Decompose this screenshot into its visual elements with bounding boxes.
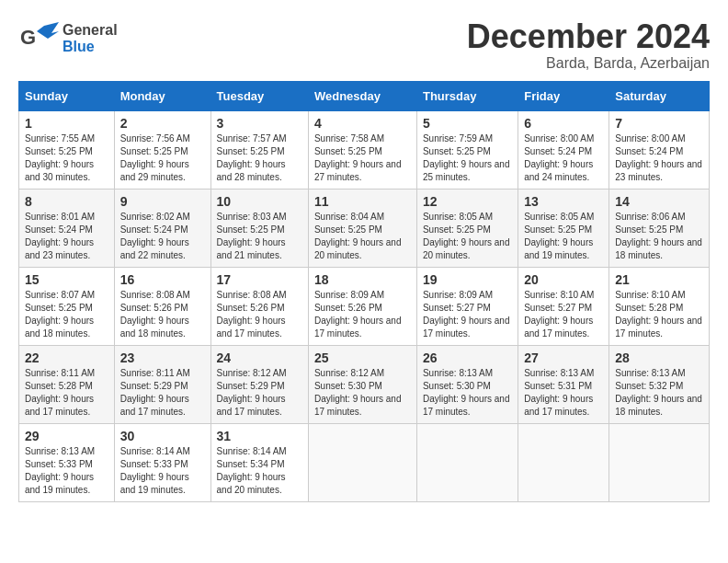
calendar-week-row: 1 Sunrise: 7:55 AM Sunset: 5:25 PM Dayli… (19, 110, 710, 189)
calendar-cell: 15 Sunrise: 8:07 AM Sunset: 5:25 PM Dayl… (19, 267, 115, 345)
title-area: December 2024 Barda, Barda, Azerbaijan (467, 18, 710, 72)
calendar-cell (518, 423, 609, 501)
day-number: 16 (120, 272, 205, 287)
day-number: 6 (524, 116, 603, 131)
calendar-cell: 9 Sunrise: 8:02 AM Sunset: 5:24 PM Dayli… (114, 189, 210, 267)
day-info: Sunrise: 8:12 AM Sunset: 5:29 PM Dayligh… (217, 367, 302, 419)
calendar-day-header: Monday (114, 81, 210, 110)
day-info: Sunrise: 8:13 AM Sunset: 5:32 PM Dayligh… (615, 367, 703, 419)
day-info: Sunrise: 8:14 AM Sunset: 5:33 PM Dayligh… (120, 445, 205, 497)
day-info: Sunrise: 8:08 AM Sunset: 5:26 PM Dayligh… (120, 289, 205, 340)
calendar-cell: 10 Sunrise: 8:03 AM Sunset: 5:25 PM Dayl… (210, 189, 308, 267)
day-number: 11 (314, 194, 411, 209)
day-info: Sunrise: 8:06 AM Sunset: 5:25 PM Dayligh… (615, 211, 703, 262)
day-info: Sunrise: 7:58 AM Sunset: 5:25 PM Dayligh… (314, 132, 411, 184)
day-info: Sunrise: 8:11 AM Sunset: 5:28 PM Dayligh… (25, 367, 108, 419)
day-number: 22 (25, 350, 108, 365)
calendar-cell: 8 Sunrise: 8:01 AM Sunset: 5:24 PM Dayli… (19, 189, 115, 267)
calendar-cell: 22 Sunrise: 8:11 AM Sunset: 5:28 PM Dayl… (19, 345, 115, 423)
day-number: 31 (217, 429, 302, 443)
day-info: Sunrise: 8:13 AM Sunset: 5:31 PM Dayligh… (524, 367, 603, 419)
day-info: Sunrise: 8:13 AM Sunset: 5:30 PM Dayligh… (423, 367, 512, 419)
day-number: 23 (120, 350, 205, 365)
day-info: Sunrise: 8:00 AM Sunset: 5:24 PM Dayligh… (615, 132, 703, 184)
day-number: 25 (314, 350, 411, 365)
day-info: Sunrise: 8:10 AM Sunset: 5:27 PM Dayligh… (524, 289, 603, 340)
day-info: Sunrise: 8:09 AM Sunset: 5:27 PM Dayligh… (423, 289, 512, 340)
calendar-cell: 13 Sunrise: 8:05 AM Sunset: 5:25 PM Dayl… (518, 189, 609, 267)
logo-blue: Blue (63, 39, 95, 54)
calendar-cell: 26 Sunrise: 8:13 AM Sunset: 5:30 PM Dayl… (416, 345, 518, 423)
day-info: Sunrise: 8:05 AM Sunset: 5:25 PM Dayligh… (524, 211, 603, 262)
calendar-day-header: Thursday (416, 81, 518, 110)
calendar-cell: 14 Sunrise: 8:06 AM Sunset: 5:25 PM Dayl… (609, 189, 710, 267)
calendar-week-row: 8 Sunrise: 8:01 AM Sunset: 5:24 PM Dayli… (19, 189, 710, 267)
calendar-cell: 1 Sunrise: 7:55 AM Sunset: 5:25 PM Dayli… (19, 110, 115, 189)
calendar-cell: 31 Sunrise: 8:14 AM Sunset: 5:34 PM Dayl… (210, 423, 308, 501)
day-info: Sunrise: 7:59 AM Sunset: 5:25 PM Dayligh… (423, 132, 512, 184)
day-info: Sunrise: 8:13 AM Sunset: 5:33 PM Dayligh… (25, 445, 108, 497)
location: Barda, Barda, Azerbaijan (467, 55, 710, 72)
day-number: 12 (423, 194, 512, 209)
day-info: Sunrise: 8:05 AM Sunset: 5:25 PM Dayligh… (423, 211, 512, 262)
day-info: Sunrise: 8:02 AM Sunset: 5:24 PM Dayligh… (120, 211, 205, 262)
day-number: 3 (217, 116, 302, 131)
calendar-cell: 3 Sunrise: 7:57 AM Sunset: 5:25 PM Dayli… (210, 110, 308, 189)
calendar-cell: 28 Sunrise: 8:13 AM Sunset: 5:32 PM Dayl… (609, 345, 710, 423)
day-number: 17 (217, 272, 302, 287)
day-info: Sunrise: 8:08 AM Sunset: 5:26 PM Dayligh… (217, 289, 302, 340)
page-header: G General Blue December 2024 Barda, Bard… (18, 18, 710, 72)
calendar-cell (308, 423, 416, 501)
day-info: Sunrise: 8:04 AM Sunset: 5:25 PM Dayligh… (314, 211, 411, 262)
day-number: 4 (314, 116, 411, 131)
day-number: 24 (217, 350, 302, 365)
day-number: 8 (25, 194, 108, 209)
calendar-cell: 21 Sunrise: 8:10 AM Sunset: 5:28 PM Dayl… (609, 267, 710, 345)
day-info: Sunrise: 8:00 AM Sunset: 5:24 PM Dayligh… (524, 132, 603, 184)
calendar-day-header: Sunday (19, 81, 115, 110)
day-number: 18 (314, 272, 411, 287)
calendar-week-row: 29 Sunrise: 8:13 AM Sunset: 5:33 PM Dayl… (19, 423, 710, 501)
day-info: Sunrise: 7:55 AM Sunset: 5:25 PM Dayligh… (25, 132, 108, 184)
day-info: Sunrise: 8:01 AM Sunset: 5:24 PM Dayligh… (25, 211, 108, 262)
logo: G General Blue (18, 18, 118, 59)
day-info: Sunrise: 8:14 AM Sunset: 5:34 PM Dayligh… (217, 445, 302, 497)
calendar-cell: 6 Sunrise: 8:00 AM Sunset: 5:24 PM Dayli… (518, 110, 609, 189)
day-number: 1 (25, 116, 108, 131)
calendar-cell: 24 Sunrise: 8:12 AM Sunset: 5:29 PM Dayl… (210, 345, 308, 423)
day-number: 9 (120, 194, 205, 209)
calendar-cell: 16 Sunrise: 8:08 AM Sunset: 5:26 PM Dayl… (114, 267, 210, 345)
day-number: 29 (25, 429, 108, 443)
day-number: 19 (423, 272, 512, 287)
calendar-cell: 19 Sunrise: 8:09 AM Sunset: 5:27 PM Dayl… (416, 267, 518, 345)
calendar-cell: 7 Sunrise: 8:00 AM Sunset: 5:24 PM Dayli… (609, 110, 710, 189)
calendar-cell: 29 Sunrise: 8:13 AM Sunset: 5:33 PM Dayl… (19, 423, 115, 501)
day-info: Sunrise: 7:57 AM Sunset: 5:25 PM Dayligh… (217, 132, 302, 184)
day-number: 26 (423, 350, 512, 365)
day-info: Sunrise: 8:11 AM Sunset: 5:29 PM Dayligh… (120, 367, 205, 419)
day-number: 10 (217, 194, 302, 209)
calendar-cell: 12 Sunrise: 8:05 AM Sunset: 5:25 PM Dayl… (416, 189, 518, 267)
logo-icon: G (18, 18, 59, 59)
calendar-day-header: Tuesday (210, 81, 308, 110)
day-number: 13 (524, 194, 603, 209)
day-info: Sunrise: 8:12 AM Sunset: 5:30 PM Dayligh… (314, 367, 411, 419)
calendar-cell: 17 Sunrise: 8:08 AM Sunset: 5:26 PM Dayl… (210, 267, 308, 345)
day-info: Sunrise: 8:10 AM Sunset: 5:28 PM Dayligh… (615, 289, 703, 340)
calendar-day-header: Wednesday (308, 81, 416, 110)
day-info: Sunrise: 8:09 AM Sunset: 5:26 PM Dayligh… (314, 289, 411, 340)
calendar-cell: 23 Sunrise: 8:11 AM Sunset: 5:29 PM Dayl… (114, 345, 210, 423)
day-number: 7 (615, 116, 703, 131)
calendar-day-header: Saturday (609, 81, 710, 110)
svg-text:G: G (20, 26, 36, 49)
day-number: 15 (25, 272, 108, 287)
logo-general: General (63, 22, 118, 38)
day-number: 27 (524, 350, 603, 365)
calendar-cell: 5 Sunrise: 7:59 AM Sunset: 5:25 PM Dayli… (416, 110, 518, 189)
calendar-cell: 27 Sunrise: 8:13 AM Sunset: 5:31 PM Dayl… (518, 345, 609, 423)
day-info: Sunrise: 8:07 AM Sunset: 5:25 PM Dayligh… (25, 289, 108, 340)
calendar-week-row: 22 Sunrise: 8:11 AM Sunset: 5:28 PM Dayl… (19, 345, 710, 423)
day-number: 30 (120, 429, 205, 443)
day-number: 20 (524, 272, 603, 287)
calendar-cell: 18 Sunrise: 8:09 AM Sunset: 5:26 PM Dayl… (308, 267, 416, 345)
